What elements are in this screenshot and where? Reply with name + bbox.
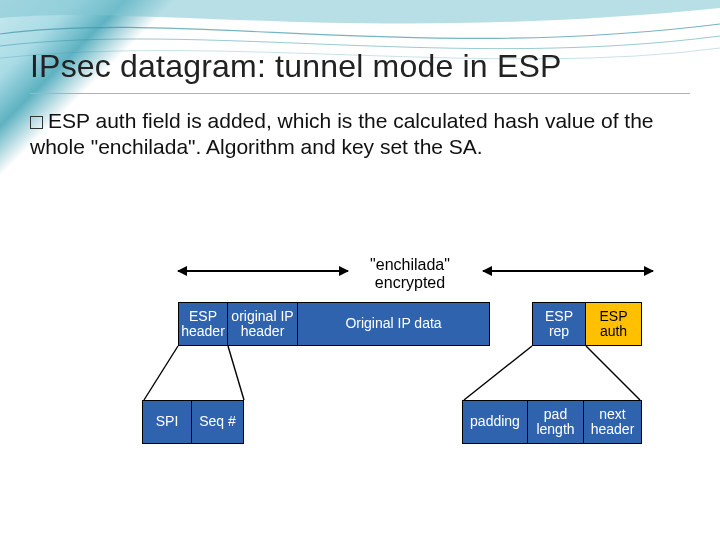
svg-line-2 bbox=[464, 346, 532, 400]
esp-trailer-detail-row: padding pad length next header bbox=[462, 400, 642, 444]
body-text: ESP auth field is added, which is the ca… bbox=[30, 108, 690, 159]
svg-line-0 bbox=[144, 346, 178, 400]
detail-connectors bbox=[30, 252, 690, 522]
cell-padding: padding bbox=[462, 400, 528, 444]
bullet-icon bbox=[30, 116, 43, 129]
svg-line-1 bbox=[228, 346, 244, 400]
bullet-text: ESP auth field is added, which is the ca… bbox=[30, 109, 654, 158]
cell-next-header: next header bbox=[584, 400, 642, 444]
page-title: IPsec datagram: tunnel mode in ESP bbox=[30, 48, 690, 85]
esp-datagram-diagram: "enchilada" encrypted ESP header origina… bbox=[30, 252, 690, 522]
cell-seq: Seq # bbox=[192, 400, 244, 444]
svg-line-3 bbox=[586, 346, 640, 400]
cell-pad-length: pad length bbox=[528, 400, 584, 444]
esp-header-detail-row: SPI Seq # bbox=[142, 400, 244, 444]
cell-spi: SPI bbox=[142, 400, 192, 444]
title-underline bbox=[30, 93, 690, 94]
